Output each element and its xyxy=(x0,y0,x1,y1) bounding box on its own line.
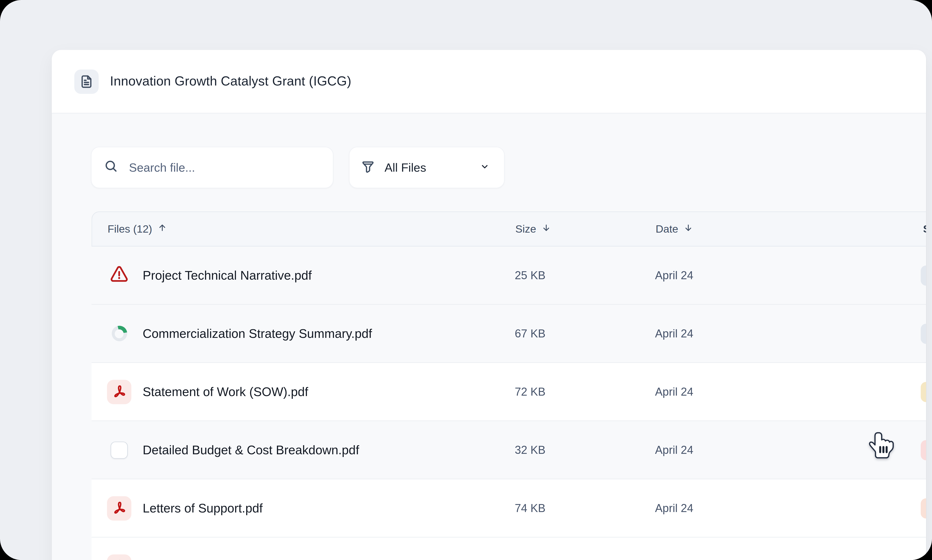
search-box[interactable] xyxy=(91,147,333,188)
search-input[interactable] xyxy=(128,160,309,175)
file-size: 32 KB xyxy=(515,443,545,456)
status-chip xyxy=(921,323,926,343)
sort-ascending-icon xyxy=(157,223,167,235)
files-table: Files (12) Size xyxy=(91,211,926,560)
file-date: April 24 xyxy=(655,443,693,456)
app-window: Innovation Growth Catalyst Grant (IGCG) xyxy=(0,0,932,560)
table-row[interactable]: Project Technical Narrative.pdf 25 KB Ap… xyxy=(91,246,926,305)
chevron-down-icon xyxy=(480,161,490,174)
status-chip xyxy=(921,265,926,285)
file-icon-slot xyxy=(107,554,131,560)
file-date: April 24 xyxy=(655,385,693,398)
file-icon-slot xyxy=(107,263,131,288)
card-header: Innovation Growth Catalyst Grant (IGCG) xyxy=(52,50,926,114)
files-column-label: Files (12) xyxy=(108,223,152,235)
file-size: 74 KB xyxy=(515,502,545,514)
file-size: 25 KB xyxy=(515,269,545,282)
sort-descending-icon xyxy=(684,223,693,235)
file-date: April 24 xyxy=(655,269,693,282)
file-icon-slot xyxy=(107,438,131,462)
status-chip xyxy=(921,498,926,518)
progress-ring-icon xyxy=(111,326,127,341)
sort-descending-icon xyxy=(542,223,551,235)
status-column-label: Status xyxy=(923,223,926,235)
document-icon xyxy=(74,69,99,94)
grant-files-card: Innovation Growth Catalyst Grant (IGCG) xyxy=(52,50,926,560)
status-chip xyxy=(921,556,926,560)
status-chip xyxy=(921,382,926,402)
warning-icon xyxy=(110,266,128,285)
file-name: Detailed Budget & Cost Breakdown.pdf xyxy=(143,443,359,457)
row-checkbox[interactable] xyxy=(111,441,128,458)
column-header-files[interactable]: Files (12) xyxy=(108,223,167,235)
column-header-size[interactable]: Size xyxy=(515,223,551,235)
search-icon xyxy=(104,159,118,176)
file-size: 72 KB xyxy=(515,385,545,398)
table-row[interactable]: Statement of Work (SOW).pdf 72 KB April … xyxy=(91,363,926,421)
file-icon-slot xyxy=(107,380,131,404)
page-title: Innovation Growth Catalyst Grant (IGCG) xyxy=(110,74,351,89)
file-icon-slot xyxy=(107,321,131,346)
table-row[interactable]: Founder CVs & Key Personnel Bios.pdf 6 K… xyxy=(91,537,926,560)
file-icon-slot xyxy=(107,496,131,520)
file-name: Commercialization Strategy Summary.pdf xyxy=(143,326,372,341)
toolbar: All Files xyxy=(91,147,505,188)
screenshot-stage: Innovation Growth Catalyst Grant (IGCG) xyxy=(0,0,932,560)
status-chip xyxy=(921,440,926,460)
file-size: 67 KB xyxy=(515,327,545,340)
filter-selected-value: All Files xyxy=(384,161,470,174)
filter-icon xyxy=(361,159,375,176)
file-date: April 24 xyxy=(655,327,693,340)
table-body: Project Technical Narrative.pdf 25 KB Ap… xyxy=(91,246,926,560)
table-row[interactable]: Commercialization Strategy Summary.pdf 6… xyxy=(91,305,926,363)
pdf-icon xyxy=(107,496,131,520)
table-header-row: Files (12) Size xyxy=(91,211,926,246)
filter-dropdown[interactable]: All Files xyxy=(349,147,505,188)
date-column-label: Date xyxy=(656,223,678,235)
column-header-status[interactable]: Status xyxy=(923,223,926,235)
file-name: Founder CVs & Key Personnel Bios.pdf xyxy=(143,559,361,560)
pdf-icon xyxy=(107,380,131,404)
file-name: Statement of Work (SOW).pdf xyxy=(143,385,308,399)
file-date: April 24 xyxy=(655,502,693,514)
table-row[interactable]: Detailed Budget & Cost Breakdown.pdf 32 … xyxy=(91,421,926,479)
file-name: Letters of Support.pdf xyxy=(143,501,263,515)
file-name: Project Technical Narrative.pdf xyxy=(143,268,312,282)
pdf-icon xyxy=(107,554,131,560)
column-header-date[interactable]: Date xyxy=(656,223,693,235)
table-row[interactable]: Letters of Support.pdf 74 KB April 24 xyxy=(91,479,926,537)
size-column-label: Size xyxy=(515,223,536,235)
